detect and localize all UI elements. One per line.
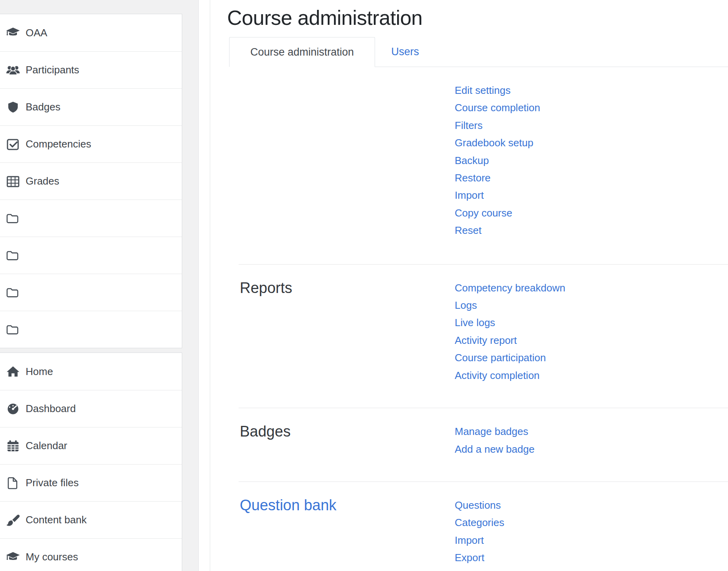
check-square-icon: [6, 138, 21, 151]
link-categories[interactable]: Categories: [455, 514, 504, 531]
folder-icon: [6, 249, 21, 262]
graduation-cap-icon: [6, 551, 21, 564]
sidebar-item-label: Grades: [26, 175, 59, 187]
section-heading: [239, 82, 455, 239]
tab-users[interactable]: Users: [375, 37, 435, 67]
folder-icon: [6, 212, 21, 225]
section-links: Questions Categories Import Export: [455, 496, 504, 567]
sidebar-item-calendar[interactable]: Calendar: [0, 427, 182, 464]
section-reports: Reports Competency breakdown Logs Live l…: [239, 264, 728, 408]
sidebar-item-section-folder-4[interactable]: [0, 311, 182, 348]
shield-icon: [6, 101, 21, 114]
sidebar-item-badges[interactable]: Badges: [0, 88, 182, 125]
section-badges: Badges Manage badges Add a new badge: [239, 408, 728, 481]
link-questions[interactable]: Questions: [455, 496, 504, 514]
graduation-cap-icon: [6, 26, 21, 39]
sidebar-item-section-folder-3[interactable]: [0, 274, 182, 311]
link-copy-course[interactable]: Copy course: [455, 204, 540, 222]
sidebar-item-label: Dashboard: [26, 403, 76, 415]
sidebar-item-grades[interactable]: Grades: [0, 162, 182, 200]
link-import[interactable]: Import: [455, 187, 540, 204]
dashboard-icon: [6, 403, 21, 415]
admin-link-tree: Edit settings Course completion Filters …: [239, 67, 728, 571]
section-links: Manage badges Add a new badge: [455, 423, 534, 458]
link-activity-report[interactable]: Activity report: [455, 332, 565, 349]
sidebar-item-label: My courses: [26, 551, 78, 563]
home-icon: [6, 365, 21, 378]
sidebar-item-label: Content bank: [26, 514, 87, 526]
section-heading: Question bank: [239, 496, 455, 567]
folder-icon: [6, 286, 21, 299]
link-activity-completion[interactable]: Activity completion: [455, 367, 565, 384]
link-manage-badges[interactable]: Manage badges: [455, 423, 534, 440]
file-icon: [6, 477, 21, 489]
section-heading: Reports: [239, 279, 455, 384]
sidebar-item-participants[interactable]: Participants: [0, 51, 182, 88]
link-question-bank-heading[interactable]: Question bank: [240, 497, 336, 513]
link-filters[interactable]: Filters: [455, 117, 540, 134]
link-logs[interactable]: Logs: [455, 297, 565, 314]
sidebar-item-label: OAA: [26, 27, 47, 39]
link-restore[interactable]: Restore: [455, 169, 540, 187]
section-heading: Badges: [239, 423, 455, 458]
sidebar-item-label: Competencies: [26, 138, 91, 150]
paintbrush-icon: [6, 514, 21, 526]
sidebar-item-oaa[interactable]: OAA: [0, 14, 182, 51]
sidebar-item-home[interactable]: Home: [0, 353, 182, 390]
site-nav-card: Home Dashboard Calendar Private files Co: [0, 353, 182, 571]
sidebar-item-label: Home: [26, 366, 53, 378]
content-card: Course administration Course administrat…: [210, 0, 728, 571]
link-gradebook-setup[interactable]: Gradebook setup: [455, 134, 540, 151]
sidebar-item-section-folder-2[interactable]: [0, 237, 182, 274]
sidebar-item-competencies[interactable]: Competencies: [0, 125, 182, 162]
link-backup[interactable]: Backup: [455, 152, 540, 169]
section-question-bank: Question bank Questions Categories Impor…: [239, 481, 728, 571]
course-nav-card: OAA Participants Badges Competencies Gra: [0, 14, 182, 348]
calendar-icon: [6, 440, 21, 452]
main-content: Course administration Course administrat…: [198, 0, 728, 571]
link-competency-breakdown[interactable]: Competency breakdown: [455, 279, 565, 297]
sidebar: OAA Participants Badges Competencies Gra: [0, 14, 182, 571]
sidebar-item-my-courses[interactable]: My courses: [0, 538, 182, 571]
section-general: Edit settings Course completion Filters …: [239, 67, 728, 264]
link-reset[interactable]: Reset: [455, 222, 540, 239]
tab-bar: Course administration Users: [210, 37, 728, 67]
table-icon: [6, 175, 21, 188]
tab-course-administration[interactable]: Course administration: [229, 37, 375, 67]
link-question-import[interactable]: Import: [455, 532, 504, 549]
link-question-export[interactable]: Export: [455, 549, 504, 566]
link-add-a-new-badge[interactable]: Add a new badge: [455, 440, 534, 458]
section-links: Edit settings Course completion Filters …: [455, 82, 540, 239]
link-course-completion[interactable]: Course completion: [455, 99, 540, 116]
tab-bar-rest: Users: [375, 37, 728, 67]
sidebar-item-content-bank[interactable]: Content bank: [0, 501, 182, 538]
sidebar-item-section-folder-1[interactable]: [0, 200, 182, 237]
link-live-logs[interactable]: Live logs: [455, 314, 565, 331]
sidebar-item-private-files[interactable]: Private files: [0, 464, 182, 501]
link-edit-settings[interactable]: Edit settings: [455, 82, 540, 99]
sidebar-item-dashboard[interactable]: Dashboard: [0, 390, 182, 427]
page-title: Course administration: [210, 0, 728, 30]
sidebar-item-label: Participants: [26, 64, 79, 76]
link-course-participation[interactable]: Course participation: [455, 349, 565, 366]
users-icon: [6, 64, 21, 77]
section-links: Competency breakdown Logs Live logs Acti…: [455, 279, 565, 384]
sidebar-item-label: Calendar: [26, 440, 67, 452]
folder-icon: [6, 323, 21, 336]
sidebar-item-label: Badges: [26, 101, 60, 113]
sidebar-item-label: Private files: [26, 477, 78, 489]
